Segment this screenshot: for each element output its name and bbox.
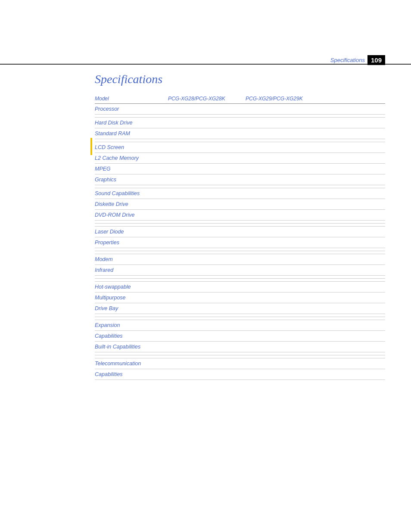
row-val1 <box>164 118 241 128</box>
table-row <box>95 314 385 317</box>
row-label: Capabilities <box>95 331 164 342</box>
table-row <box>95 221 385 224</box>
row-val2 <box>241 237 385 248</box>
table-row <box>95 355 385 358</box>
table-row: Standard RAM <box>95 128 385 139</box>
table-header-row: Model PCG-XG28/PCG-XG28K PCG-XG29/PCG-XG… <box>95 94 385 104</box>
table-row: Processor <box>95 104 385 115</box>
col-header-model2: PCG-XG29/PCG-XG29K <box>241 94 385 104</box>
row-val2 <box>241 331 385 342</box>
row-label: Expansion <box>95 320 164 331</box>
row-label: Hard Disk Drive <box>95 118 164 128</box>
row-label: Infrared <box>95 265 164 276</box>
row-label: Sound Capabilities <box>95 188 164 199</box>
row-val1 <box>164 153 241 164</box>
row-label: Telecommunication <box>95 358 164 369</box>
table-row <box>95 276 385 279</box>
row-val1 <box>164 303 241 314</box>
main-content: Specifications Model PCG-XG28/PCG-XG28K … <box>95 72 385 380</box>
table-row: DVD-ROM Drive <box>95 210 385 221</box>
row-val1 <box>164 237 241 248</box>
row-label: Multipurpose <box>95 292 164 303</box>
table-row <box>95 251 385 254</box>
row-val2 <box>241 265 385 276</box>
yellow-bar-indicator <box>90 138 92 155</box>
page-title: Specifications <box>95 72 385 86</box>
row-label: Hot-swappable <box>95 282 164 292</box>
row-val2 <box>241 128 385 139</box>
table-row <box>95 317 385 320</box>
table-row: Built-in Capabilities <box>95 342 385 352</box>
table-row: Capabilities <box>95 369 385 380</box>
row-label: Built-in Capabilities <box>95 342 164 352</box>
specs-table: Model PCG-XG28/PCG-XG28K PCG-XG29/PCG-XG… <box>95 94 385 380</box>
row-label: Capabilities <box>95 369 164 380</box>
table-row: Hard Disk Drive <box>95 118 385 128</box>
row-val1 <box>164 128 241 139</box>
table-row: MPEG <box>95 164 385 174</box>
row-val1 <box>164 265 241 276</box>
page-number: 109 <box>367 55 385 65</box>
table-row <box>95 279 385 282</box>
table-row: Hot-swappable <box>95 282 385 292</box>
table-row <box>95 352 385 355</box>
row-label: Graphics <box>95 174 164 185</box>
row-val1 <box>164 369 241 380</box>
table-row: LCD Screen <box>95 142 385 153</box>
row-val1 <box>164 342 241 352</box>
row-label: Properties <box>95 237 164 248</box>
row-val1 <box>164 292 241 303</box>
table-row: Graphics <box>95 174 385 185</box>
row-val1 <box>164 199 241 210</box>
row-label: Standard RAM <box>95 128 164 139</box>
row-val1 <box>164 164 241 174</box>
row-val1 <box>164 210 241 221</box>
row-label: Modem <box>95 254 164 265</box>
table-row: Modem <box>95 254 385 265</box>
table-row: Telecommunication <box>95 358 385 369</box>
row-label: Laser Diode <box>95 227 164 237</box>
row-val2 <box>241 254 385 265</box>
table-row: Multipurpose <box>95 292 385 303</box>
table-row <box>95 115 385 118</box>
row-val2 <box>241 320 385 331</box>
row-label: MPEG <box>95 164 164 174</box>
table-row: Expansion <box>95 320 385 331</box>
table-row <box>95 139 385 142</box>
row-val2 <box>241 303 385 314</box>
row-val2 <box>241 369 385 380</box>
row-val2 <box>241 174 385 185</box>
row-val1 <box>164 358 241 369</box>
row-val1 <box>164 282 241 292</box>
table-row <box>95 224 385 227</box>
row-label: L2 Cache Memory <box>95 153 164 164</box>
row-val2 <box>241 358 385 369</box>
row-val2 <box>241 227 385 237</box>
row-val1 <box>164 227 241 237</box>
header-right: Specifications 109 <box>330 55 385 65</box>
row-val2 <box>241 210 385 221</box>
table-row <box>95 185 385 188</box>
table-row: Laser Diode <box>95 227 385 237</box>
row-val2 <box>241 282 385 292</box>
header-label: Specifications <box>330 57 365 63</box>
row-val2 <box>241 188 385 199</box>
col-header-model1: PCG-XG28/PCG-XG28K <box>164 94 241 104</box>
row-val2 <box>241 292 385 303</box>
row-val1 <box>164 331 241 342</box>
table-row <box>95 248 385 251</box>
page-container: Specifications 109 Specifications Model … <box>0 0 411 532</box>
row-val2 <box>241 153 385 164</box>
table-row: Diskette Drive <box>95 199 385 210</box>
row-val2 <box>241 104 385 115</box>
table-row: Sound Capabilities <box>95 188 385 199</box>
row-val2 <box>241 342 385 352</box>
table-row: Infrared <box>95 265 385 276</box>
col-header-model: Model <box>95 94 164 104</box>
row-label: Diskette Drive <box>95 199 164 210</box>
row-val1 <box>164 174 241 185</box>
table-row: L2 Cache Memory <box>95 153 385 164</box>
row-val2 <box>241 118 385 128</box>
row-val1 <box>164 320 241 331</box>
row-val2 <box>241 164 385 174</box>
